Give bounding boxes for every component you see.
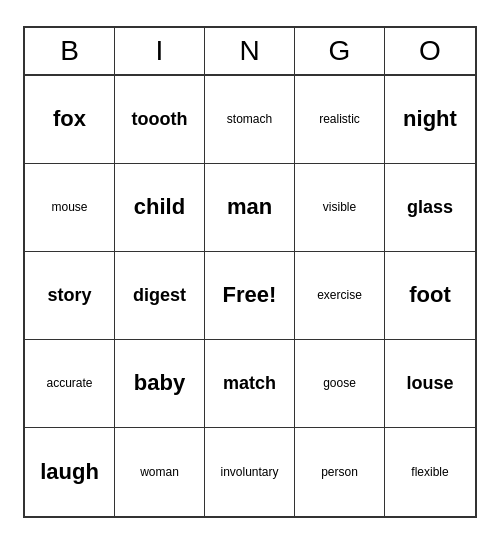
bingo-body: foxtooothstomachrealisticnightmousechild… [25, 76, 475, 516]
bingo-cell: baby [115, 340, 205, 428]
bingo-cell: stomach [205, 76, 295, 164]
cell-label: realistic [319, 112, 360, 126]
cell-label: child [134, 194, 185, 220]
bingo-cell: match [205, 340, 295, 428]
bingo-cell: visible [295, 164, 385, 252]
bingo-cell: fox [25, 76, 115, 164]
bingo-cell: involuntary [205, 428, 295, 516]
bingo-cell: goose [295, 340, 385, 428]
bingo-cell: digest [115, 252, 205, 340]
bingo-cell: louse [385, 340, 475, 428]
cell-label: glass [407, 197, 453, 219]
header-letter: O [385, 28, 475, 76]
cell-label: night [403, 106, 457, 132]
header-letter: I [115, 28, 205, 76]
cell-label: involuntary [220, 465, 278, 479]
cell-label: baby [134, 370, 185, 396]
header-letter: G [295, 28, 385, 76]
cell-label: man [227, 194, 272, 220]
bingo-row: laughwomaninvoluntarypersonflexible [25, 428, 475, 516]
bingo-cell: glass [385, 164, 475, 252]
bingo-header: BINGO [25, 28, 475, 76]
header-letter: B [25, 28, 115, 76]
cell-label: visible [323, 200, 356, 214]
bingo-row: mousechildmanvisibleglass [25, 164, 475, 252]
cell-label: accurate [46, 376, 92, 390]
bingo-row: foxtooothstomachrealisticnight [25, 76, 475, 164]
cell-label: woman [140, 465, 179, 479]
bingo-cell: toooth [115, 76, 205, 164]
cell-label: louse [406, 373, 453, 395]
cell-label: laugh [40, 459, 99, 485]
cell-label: flexible [411, 465, 448, 479]
cell-label: exercise [317, 288, 362, 302]
bingo-cell: exercise [295, 252, 385, 340]
cell-label: digest [133, 285, 186, 307]
bingo-cell: child [115, 164, 205, 252]
bingo-row: accuratebabymatchgooselouse [25, 340, 475, 428]
bingo-cell: Free! [205, 252, 295, 340]
bingo-cell: laugh [25, 428, 115, 516]
bingo-cell: realistic [295, 76, 385, 164]
bingo-cell: person [295, 428, 385, 516]
cell-label: match [223, 373, 276, 395]
bingo-row: storydigestFree!exercisefoot [25, 252, 475, 340]
bingo-card: BINGO foxtooothstomachrealisticnightmous… [23, 26, 477, 518]
cell-label: mouse [51, 200, 87, 214]
cell-label: stomach [227, 112, 272, 126]
cell-label: fox [53, 106, 86, 132]
cell-label: person [321, 465, 358, 479]
cell-label: story [47, 285, 91, 307]
bingo-cell: man [205, 164, 295, 252]
bingo-cell: mouse [25, 164, 115, 252]
bingo-cell: story [25, 252, 115, 340]
bingo-cell: night [385, 76, 475, 164]
cell-label: Free! [223, 282, 277, 308]
bingo-cell: woman [115, 428, 205, 516]
cell-label: foot [409, 282, 451, 308]
bingo-cell: flexible [385, 428, 475, 516]
cell-label: toooth [132, 109, 188, 131]
bingo-cell: foot [385, 252, 475, 340]
bingo-cell: accurate [25, 340, 115, 428]
header-letter: N [205, 28, 295, 76]
cell-label: goose [323, 376, 356, 390]
